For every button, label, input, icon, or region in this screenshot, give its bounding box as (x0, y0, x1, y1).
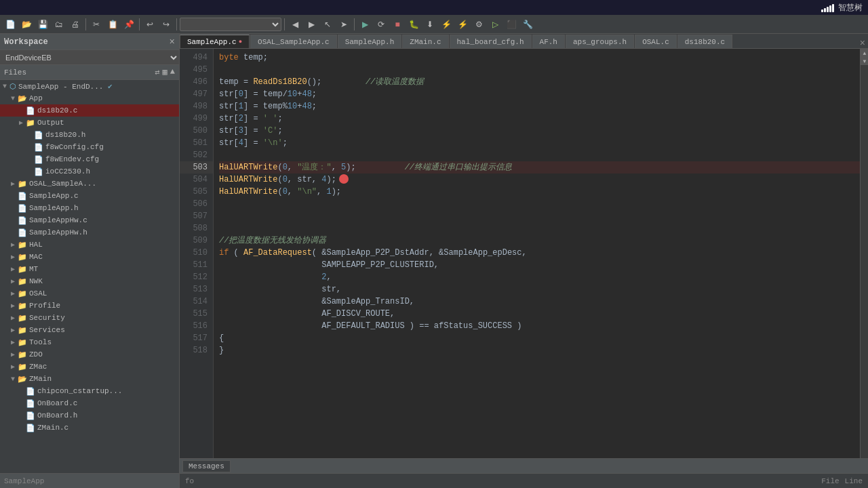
tree-item-security-folder[interactable]: ▶📁Security (0, 312, 179, 324)
messages-tab[interactable]: Messages (182, 460, 231, 472)
files-icons: ⇄ ▦ ▲ (155, 67, 175, 77)
bar5 (832, 4, 834, 12)
build-button[interactable]: ▶ (357, 17, 372, 32)
redo-button[interactable]: ↪ (159, 17, 174, 32)
stop-button[interactable]: ■ (390, 17, 405, 32)
tree-item-zmain-folder[interactable]: ▼📂ZMain (0, 373, 179, 385)
tab-label: SampleApp.h (345, 38, 395, 46)
tab-OSAL-c[interactable]: OSAL.c (635, 35, 677, 48)
code-line (219, 222, 860, 235)
cursor-button[interactable]: ↖ (320, 17, 335, 32)
device-selector[interactable]: EndDeviceEB (0, 50, 179, 65)
tree-item-osal2-folder[interactable]: ▶📁OSAL (0, 287, 179, 300)
debug2-button[interactable]: ⬛ (504, 17, 519, 32)
folder-icon: 📁 (18, 338, 27, 347)
tab-OSAL_SampleApp-c[interactable]: OSAL_SampleApp.c (250, 35, 337, 48)
tree-item-sampleapp-root[interactable]: ▼⬡SampleApp - EndD... ✔ (0, 80, 179, 92)
tab-SampleApp-h[interactable]: SampleApp.h (338, 35, 402, 48)
copy-button[interactable]: 📋 (105, 17, 120, 32)
tree-arrow-icon: ▶ (11, 326, 18, 334)
expand-icon[interactable]: ▲ (170, 67, 175, 77)
print-button[interactable]: 🖨 (68, 17, 83, 32)
tab-ZMain-c[interactable]: ZMain.c (402, 35, 448, 48)
tree-item-hal-folder[interactable]: ▶📁HAL (0, 239, 179, 251)
tree-item-iocc2530h-file[interactable]: 📄ioCC2530.h (0, 165, 179, 178)
tab-SampleApp-c[interactable]: SampleApp.c● (180, 35, 250, 48)
code-line: if ( AF_DataRequest( &SampleApp_P2P_DstA… (219, 247, 860, 259)
plugin2-button[interactable]: ⚡ (455, 17, 470, 32)
rebuild-button[interactable]: ⟳ (374, 17, 389, 32)
line-number: 512 (180, 271, 213, 283)
grid-icon[interactable]: ▦ (163, 67, 167, 77)
cut-button[interactable]: ✂ (89, 17, 104, 32)
file-h-icon: 📄 (34, 167, 43, 176)
tree-item-zmac-folder[interactable]: ▶📁ZMac (0, 361, 179, 373)
line-number: 513 (180, 283, 213, 296)
tree-item-services-folder[interactable]: ▶📁Services (0, 324, 179, 336)
pointer-button[interactable]: ➤ (336, 17, 351, 32)
tree-item-tools-folder[interactable]: ▶📁Tools (0, 336, 179, 348)
save-all-button[interactable]: 🗂 (52, 17, 66, 32)
tree-item-onboardc-file[interactable]: 📄OnBoard.c (0, 397, 179, 409)
tree-item-label: ds18b20.h (45, 131, 85, 139)
right-scrollbar[interactable]: ▲ ▼ (860, 49, 868, 458)
download-button[interactable]: ⬇ (422, 17, 437, 32)
line-number: 494 (180, 52, 213, 64)
save-button[interactable]: 💾 (35, 17, 50, 32)
sync-icon[interactable]: ⇄ (155, 67, 159, 77)
file-c-icon: 📄 (18, 216, 27, 225)
paste-button[interactable]: 📌 (121, 17, 136, 32)
undo-button[interactable]: ↩ (142, 17, 157, 32)
tree-item-nwk-folder[interactable]: ▶📁NWK (0, 275, 179, 287)
code-line: SAMPLEAPP_P2P_CLUSTERID, (219, 259, 860, 271)
scroll-up-button[interactable]: ▲ (861, 49, 868, 57)
func-name: HalUARTWrite (219, 163, 277, 172)
tree-item-sampleapphwh-file[interactable]: 📄SampleAppHw.h (0, 226, 179, 239)
code-line: byte temp; (219, 52, 860, 64)
back-button[interactable]: ◀ (288, 17, 302, 32)
tree-item-ds18b20-file[interactable]: 📄ds18b20.c (0, 104, 179, 117)
line-number: 498 (180, 100, 213, 113)
tree-item-label: Tools (29, 338, 52, 346)
tree-item-output-folder[interactable]: ▶📁Output (0, 117, 179, 129)
tab-AF-h[interactable]: AF.h (532, 35, 565, 48)
run-debug-button[interactable]: ▷ (488, 17, 502, 32)
tree-item-ds18b20h-file[interactable]: 📄ds18b20.h (0, 129, 179, 141)
folder-icon: 📁 (18, 180, 27, 188)
tree-arrow-icon: ▶ (11, 302, 18, 310)
breakpoint-indicator (339, 174, 349, 184)
tree-item-mt-folder[interactable]: ▶📁MT (0, 263, 179, 275)
plugin1-button[interactable]: ⚡ (439, 17, 454, 32)
tree-item-app-folder[interactable]: ▼📂App (0, 92, 179, 104)
sidebar-close-button[interactable]: × (170, 37, 175, 47)
tree-item-mac-folder[interactable]: ▶📁MAC (0, 251, 179, 263)
code-content[interactable]: byte temp;temp = ReadDs18B20(); //读取温度数据… (214, 49, 860, 458)
bottom-tabs: Messages (180, 458, 868, 473)
forward-button[interactable]: ▶ (304, 17, 319, 32)
settings-button[interactable]: ⚙ (471, 17, 486, 32)
open-button[interactable]: 📂 (19, 17, 34, 32)
tree-item-f8wconfig-file[interactable]: 📄f8wConfig.cfg (0, 141, 179, 153)
tree-item-sampleapphwc-file[interactable]: 📄SampleAppHw.c (0, 214, 179, 226)
debug-button[interactable]: 🐛 (406, 17, 421, 32)
new-file-button[interactable]: 📄 (3, 17, 18, 32)
tools-button[interactable]: 🔧 (520, 17, 535, 32)
tab-aps_groups-h[interactable]: aps_groups.h (566, 35, 634, 48)
tab-close-button[interactable]: × (860, 37, 865, 48)
bar4 (829, 5, 831, 12)
file-cfg-icon: 📄 (34, 143, 43, 152)
tree-item-sampleappc-file[interactable]: 📄SampleApp.c (0, 190, 179, 202)
tree-item-chipcon-file[interactable]: 📄chipcon_cstartup... (0, 385, 179, 397)
config-dropdown[interactable] (180, 18, 281, 31)
tree-item-profile-folder[interactable]: ▶📁Profile (0, 300, 179, 312)
scroll-down-button[interactable]: ▼ (861, 57, 868, 65)
tree-arrow-icon: ▶ (11, 241, 18, 249)
tab-ds18b20-c[interactable]: ds18b20.c (677, 35, 732, 48)
tree-item-f8wendev-file[interactable]: 📄f8wEndev.cfg (0, 153, 179, 165)
tree-item-onboardh-file[interactable]: 📄OnBoard.h (0, 409, 179, 422)
tree-item-zmainc-file[interactable]: 📄ZMain.c (0, 422, 179, 434)
tab-hal_board_cfg-h[interactable]: hal_board_cfg.h (450, 35, 532, 48)
tree-item-osal-folder[interactable]: ▶📁OSAL_SampleA... (0, 178, 179, 190)
tree-item-zdo-folder[interactable]: ▶📁ZDO (0, 348, 179, 361)
tree-item-sampleapph-file[interactable]: 📄SampleApp.h (0, 202, 179, 214)
